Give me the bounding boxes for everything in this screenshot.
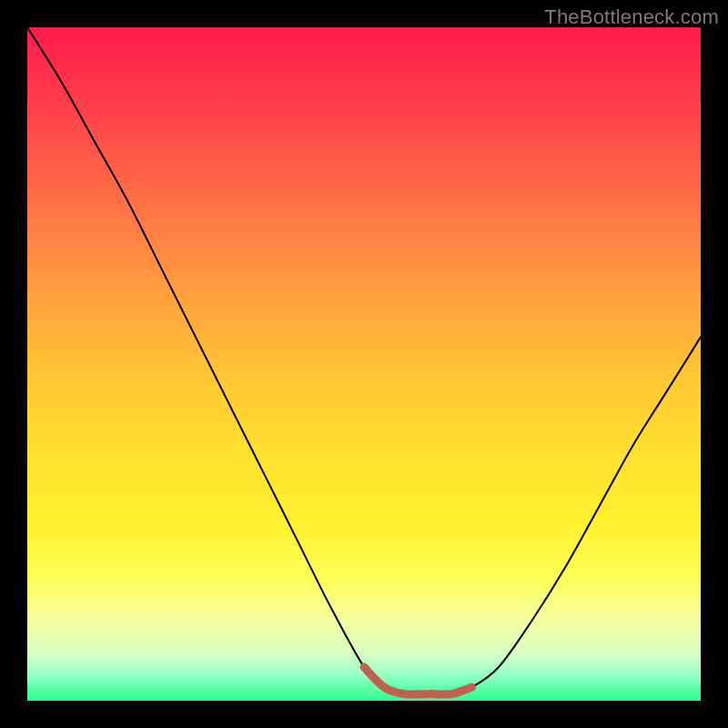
chart-frame: TheBottleneck.com bbox=[0, 0, 728, 728]
watermark-text: TheBottleneck.com bbox=[544, 5, 719, 29]
optimal-region-highlight bbox=[364, 667, 471, 694]
chart-svg bbox=[27, 27, 701, 701]
plot-area bbox=[27, 27, 701, 701]
bottleneck-curve bbox=[27, 27, 701, 694]
